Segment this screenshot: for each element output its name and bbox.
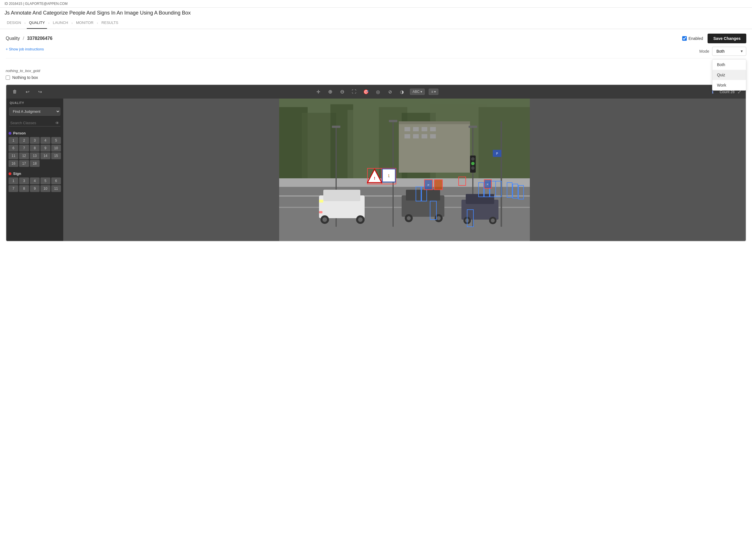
person-num-7[interactable]: 7	[19, 145, 29, 152]
person-num-11[interactable]: 11	[8, 153, 18, 159]
tab-results[interactable]: RESULTS	[99, 17, 121, 29]
person-num-8[interactable]: 8	[30, 145, 40, 152]
quality-header: Quality / 3378206476 Enabled Save Change…	[0, 29, 752, 47]
person-num-3[interactable]: 3	[30, 137, 40, 144]
sign-num-9[interactable]: 9	[30, 185, 40, 192]
tab-quality[interactable]: QUALITY	[27, 17, 47, 29]
sign-numbers-grid: 1 3 4 5 6 7 8 9 10 11	[8, 177, 61, 192]
person-num-18[interactable]: 18	[30, 160, 40, 167]
svg-rect-11	[399, 121, 470, 124]
svg-text:P: P	[487, 183, 488, 186]
sign-color-dot	[8, 172, 12, 175]
tool-topbar: 🗑 ↩ ↪ ✛ ⊕ ⊖ ⛶ 🎯 ◎ ⊘ ◑ ABC ▾ ≡ ▾ ℹ Count …	[6, 85, 746, 99]
svg-point-50	[491, 218, 495, 222]
svg-point-54	[471, 166, 474, 170]
filter-arrow-icon: ▾	[434, 90, 436, 94]
judgment-select[interactable]: Find A Judgment	[9, 107, 60, 116]
mode-row: Mode Both Quiz Work ▼ Both Quiz Work	[699, 47, 746, 56]
tab-design[interactable]: DESIGN	[4, 17, 23, 29]
sign-num-4[interactable]: 4	[30, 177, 40, 184]
dropdown-item-both[interactable]: Both	[712, 60, 746, 70]
svg-rect-9	[479, 107, 530, 178]
svg-point-53	[471, 162, 474, 165]
svg-rect-18	[422, 134, 427, 138]
zoom-out-icon[interactable]: ⊖	[338, 88, 346, 96]
nothing-to-box-checkbox[interactable]	[6, 76, 10, 80]
mode-select[interactable]: Both Quiz Work	[712, 47, 746, 56]
breadcrumb-job-number: 3378206476	[27, 36, 53, 41]
show-instructions-link[interactable]: + Show job instructions	[6, 47, 44, 51]
move-icon[interactable]: ✛	[314, 88, 322, 96]
person-num-4[interactable]: 4	[40, 137, 50, 144]
svg-text:!: !	[374, 176, 375, 181]
cancel-icon[interactable]: ⊘	[386, 88, 394, 96]
invert-icon[interactable]: ◑	[398, 88, 406, 96]
filter-icon: ≡	[431, 90, 433, 94]
person-num-5[interactable]: 5	[51, 137, 61, 144]
image-area[interactable]: P ! 🚶	[63, 99, 746, 241]
abc-button[interactable]: ABC ▾	[410, 88, 425, 95]
person-num-2[interactable]: 2	[19, 137, 29, 144]
sign-num-1[interactable]: 1	[8, 177, 18, 184]
redo-icon[interactable]: ↪	[36, 88, 44, 96]
tab-monitor[interactable]: MONITOR	[74, 17, 96, 29]
sign-num-7[interactable]: 7	[8, 185, 18, 192]
sign-num-8[interactable]: 8	[19, 185, 29, 192]
sign-num-11[interactable]: 11	[51, 185, 61, 192]
person-num-9[interactable]: 9	[40, 145, 50, 152]
panel-quality-label: QUALITY	[6, 99, 63, 106]
person-num-1[interactable]: 1	[8, 137, 18, 144]
person-num-16[interactable]: 16	[8, 160, 18, 167]
mode-select-wrapper: Both Quiz Work ▼ Both Quiz Work	[712, 47, 746, 56]
person-num-6[interactable]: 6	[8, 145, 18, 152]
sign-num-3[interactable]: 3	[19, 177, 29, 184]
svg-rect-23	[279, 178, 530, 187]
breadcrumb-quality: Quality	[6, 36, 20, 41]
person-num-15[interactable]: 15	[51, 153, 61, 159]
crosshair-icon[interactable]: 🎯	[362, 88, 370, 96]
user-email: GLAPORTE@APPEN.COM	[25, 2, 67, 6]
undo-icon[interactable]: ↩	[23, 88, 31, 96]
abc-arrow-icon: ▾	[421, 90, 422, 94]
svg-rect-15	[430, 127, 436, 131]
search-classes-input[interactable]	[9, 120, 60, 126]
svg-rect-37	[319, 200, 323, 202]
person-class-label: Person	[13, 131, 26, 135]
tab-launch[interactable]: LAUNCH	[50, 17, 70, 29]
zoom-in-icon[interactable]: ⊕	[326, 88, 334, 96]
eye-icon[interactable]: 👁	[55, 121, 59, 125]
person-num-14[interactable]: 14	[40, 153, 50, 159]
abc-label: ABC	[412, 90, 420, 94]
save-changes-button[interactable]: Save Changes	[708, 34, 746, 43]
svg-rect-80	[435, 180, 442, 189]
filter-button[interactable]: ≡ ▾	[429, 88, 439, 95]
svg-rect-29	[389, 120, 398, 122]
dropdown-item-quiz[interactable]: Quiz	[712, 70, 746, 80]
class-sign-section: Sign 1 3 4 5 6 7 8 9 10 11	[6, 169, 63, 194]
enabled-checkbox[interactable]	[682, 36, 687, 41]
svg-point-52	[471, 157, 474, 161]
mode-dropdown: Both Quiz Work	[712, 59, 746, 91]
person-numbers-grid: 1 2 3 4 5 6 7 8 9 10 11 12 13 14 15 16 1	[8, 137, 61, 167]
left-panel: QUALITY Find A Judgment 👁 Person 1 2 3 4	[6, 99, 63, 241]
sign-num-6[interactable]: 6	[51, 177, 61, 184]
svg-point-34	[322, 217, 327, 222]
person-num-13[interactable]: 13	[30, 153, 40, 159]
svg-point-36	[358, 217, 363, 222]
svg-text:P: P	[428, 184, 429, 186]
dropdown-item-work[interactable]: Work	[712, 80, 746, 90]
person-num-17[interactable]: 17	[19, 160, 29, 167]
sign-num-5[interactable]: 5	[40, 177, 50, 184]
enabled-label: Enabled	[689, 36, 703, 41]
trash-icon[interactable]: 🗑	[11, 88, 19, 96]
street-scene-svg: P ! 🚶	[63, 99, 746, 241]
expand-frame-icon[interactable]: ⛶	[350, 88, 358, 96]
svg-rect-14	[422, 127, 427, 131]
person-num-12[interactable]: 12	[19, 153, 29, 159]
sign-num-10[interactable]: 10	[40, 185, 50, 192]
target-icon[interactable]: ◎	[374, 88, 382, 96]
person-num-10[interactable]: 10	[51, 145, 61, 152]
mode-label: Mode	[699, 47, 709, 54]
svg-rect-13	[413, 127, 419, 131]
svg-rect-16	[405, 134, 410, 138]
